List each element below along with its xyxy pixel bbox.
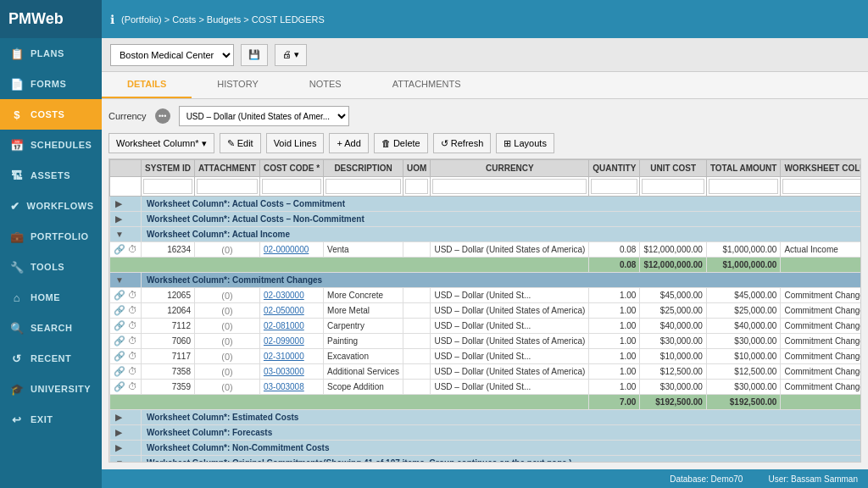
clock-icon[interactable]: ⏱ — [128, 351, 137, 361]
group-commitment-changes[interactable]: ▼ Worksheet Column*: Commitment Changes — [110, 273, 862, 288]
link-icon[interactable]: 🔗 — [114, 305, 125, 315]
expand-icon-8[interactable]: ▼ — [115, 458, 124, 463]
filter-attachment — [194, 177, 259, 197]
link-icon[interactable]: 🔗 — [114, 290, 125, 300]
worksheet-toolbar: Worksheet Column* ▾ ✎ Edit Void Lines + … — [108, 133, 861, 153]
cell-cost-code[interactable]: 03-003008 — [259, 380, 323, 395]
void-lines-button[interactable]: Void Lines — [266, 133, 325, 153]
group-forecasts[interactable]: ▶ Worksheet Column*: Forecasts — [110, 425, 862, 441]
expand-icon-6[interactable]: ▶ — [115, 428, 122, 437]
sidebar-item-exit[interactable]: ↩ EXIT — [0, 404, 102, 435]
cell-cost-code[interactable]: 02-030000 — [259, 288, 323, 303]
cell-cost-code[interactable]: 02-050000 — [259, 303, 323, 319]
project-selector[interactable]: Boston Medical Center — [110, 44, 234, 66]
add-button[interactable]: + Add — [329, 133, 368, 153]
table-row: 🔗 ⏱ 16234 (0) 02-0000000 Venta USD – Dol… — [110, 242, 862, 258]
assets-icon: 🏗 — [10, 169, 24, 182]
tab-details[interactable]: DETAILS — [102, 72, 192, 98]
sidebar-item-plans[interactable]: 📋 PLANS — [0, 38, 102, 69]
cost-ledger-grid: SYSTEM ID ATTACHMENT COST CODE * DESCRIP… — [108, 158, 861, 463]
link-icon[interactable]: 🔗 — [114, 320, 125, 330]
tab-notes[interactable]: NOTES — [284, 72, 367, 98]
sidebar-item-portfolio[interactable]: 💼 PORTFOLIO — [0, 221, 102, 252]
tab-history[interactable]: HISTORY — [192, 72, 284, 98]
filter-total-amount-input[interactable] — [709, 179, 779, 194]
clock-icon[interactable]: ⏱ — [128, 244, 137, 254]
group-label: Worksheet Column*: Actual Costs – Commit… — [142, 197, 861, 212]
clock-icon[interactable]: ⏱ — [128, 366, 137, 376]
expand-icon-5[interactable]: ▶ — [115, 413, 122, 422]
filter-cost-code-input[interactable] — [262, 179, 321, 194]
sidebar-item-university[interactable]: 🎓 UNIVERSITY — [0, 374, 102, 404]
subtotal-total-amount: $192,500.00 — [706, 395, 781, 410]
filter-quantity-input[interactable] — [591, 179, 637, 194]
table-row: 🔗 ⏱ 7358 (0) 03-003000 Additional Servic… — [110, 364, 862, 380]
expand-icon-2[interactable]: ▶ — [115, 214, 122, 224]
subtotal-empty — [110, 395, 589, 410]
sidebar-label-university: UNIVERSITY — [31, 384, 91, 394]
cell-currency: USD – Dollar (United St... — [431, 380, 589, 395]
sidebar-item-recent[interactable]: ↺ RECENT — [0, 343, 102, 374]
expand-icon[interactable]: ▶ — [115, 199, 122, 208]
save-button[interactable]: 💾 — [241, 44, 268, 66]
info-icon[interactable]: ℹ — [110, 13, 114, 26]
group-actual-costs-non-commitment[interactable]: ▶ Worksheet Column*: Actual Costs – Non-… — [110, 212, 862, 227]
link-icon[interactable]: 🔗 — [114, 244, 125, 254]
clock-icon[interactable]: ⏱ — [128, 305, 137, 315]
filter-unit-cost-input[interactable] — [642, 179, 704, 194]
cell-cost-code[interactable]: 02-310000 — [259, 349, 323, 364]
cell-cost-code[interactable]: 02-0000000 — [259, 242, 323, 258]
filter-system-id-input[interactable] — [143, 179, 192, 194]
clock-icon[interactable]: ⏱ — [128, 381, 137, 391]
link-icon[interactable]: 🔗 — [114, 381, 125, 391]
worksheet-column-dropdown[interactable]: Worksheet Column* ▾ — [108, 133, 214, 153]
edit-button[interactable]: ✎ Edit — [220, 133, 261, 153]
cell-cost-code[interactable]: 03-003000 — [259, 364, 323, 380]
group-original-commitments[interactable]: ▼ Worksheet Column*: Original Commitment… — [110, 456, 862, 463]
sidebar-item-costs[interactable]: $ COSTS — [0, 99, 102, 130]
group-actual-costs-commitment[interactable]: ▶ Worksheet Column*: Actual Costs – Comm… — [110, 197, 862, 212]
expand-icon-3[interactable]: ▼ — [115, 230, 124, 239]
expand-icon-4[interactable]: ▼ — [115, 275, 124, 285]
cell-quantity: 1.00 — [589, 349, 640, 364]
sidebar-item-assets[interactable]: 🏗 ASSETS — [0, 160, 102, 191]
group-estimated-costs[interactable]: ▶ Worksheet Column*: Estimated Costs — [110, 410, 862, 425]
expand-icon-7[interactable]: ▶ — [115, 443, 122, 452]
subtotal-quantity: 7.00 — [589, 395, 640, 410]
sidebar-item-search[interactable]: 🔍 SEARCH — [0, 313, 102, 343]
filter-uom-input[interactable] — [405, 179, 428, 194]
refresh-button[interactable]: ↺ Refresh — [433, 133, 492, 153]
content-area: Currency ••• USD – Dollar (United States… — [102, 99, 868, 469]
link-icon[interactable]: 🔗 — [114, 366, 125, 376]
cell-description: Painting — [324, 334, 403, 349]
link-icon[interactable]: 🔗 — [114, 336, 125, 346]
print-button[interactable]: 🖨 ▾ — [275, 44, 307, 66]
clock-icon[interactable]: ⏱ — [128, 336, 137, 346]
group-actual-income[interactable]: ▼ Worksheet Column*: Actual Income — [110, 227, 862, 242]
link-icon[interactable]: 🔗 — [114, 351, 125, 361]
filter-attachment-input[interactable] — [197, 179, 258, 194]
tab-attachments[interactable]: ATTACHMENTS — [367, 72, 487, 98]
clock-icon[interactable]: ⏱ — [128, 290, 137, 300]
filter-worksheet-input[interactable] — [782, 179, 861, 194]
cell-system-id: 7060 — [142, 334, 195, 349]
currency-selector[interactable]: USD – Dollar (United States of Amer... — [179, 106, 349, 126]
sidebar-item-home[interactable]: ⌂ HOME — [0, 282, 102, 313]
layouts-button[interactable]: ⊞ Layouts — [496, 133, 554, 153]
cell-description: More Concrete — [324, 288, 403, 303]
filter-total-amount — [706, 177, 781, 197]
cell-quantity: 1.00 — [589, 303, 640, 319]
cell-total-amount: $30,000.00 — [706, 380, 781, 395]
sidebar-item-schedules[interactable]: 📅 SCHEDULES — [0, 130, 102, 160]
sidebar-item-forms[interactable]: 📄 FORMS — [0, 69, 102, 99]
sidebar-item-workflows[interactable]: ✔ WORKFLOWS — [0, 191, 102, 221]
filter-currency-input[interactable] — [432, 179, 587, 194]
sidebar-item-tools[interactable]: 🔧 TOOLS — [0, 252, 102, 282]
forms-icon: 📄 — [10, 77, 24, 91]
group-non-commitment-costs[interactable]: ▶ Worksheet Column*: Non-Commitment Cost… — [110, 441, 862, 456]
delete-button[interactable]: 🗑 Delete — [374, 133, 428, 153]
filter-description-input[interactable] — [326, 179, 401, 194]
cell-cost-code[interactable]: 02-081000 — [259, 319, 323, 334]
cell-cost-code[interactable]: 02-099000 — [259, 334, 323, 349]
clock-icon[interactable]: ⏱ — [128, 320, 137, 330]
